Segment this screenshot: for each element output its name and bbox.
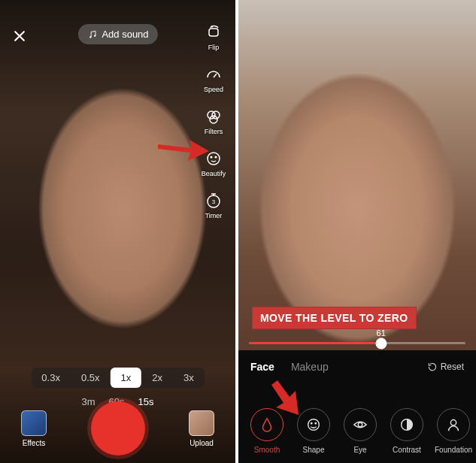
effects-thumb	[21, 410, 47, 436]
svg-text:3: 3	[212, 198, 216, 205]
tab-makeup[interactable]: Makeup	[291, 361, 329, 373]
record-bar: Effects Upload	[0, 401, 235, 455]
tab-face[interactable]: Face	[250, 361, 274, 373]
record-button[interactable]	[91, 401, 145, 455]
annotation-callout: MOVE THE LEVEL TO ZERO	[252, 307, 417, 329]
record-screen: Add sound Flip Speed Filters Beautify 3 …	[0, 0, 235, 463]
svg-point-0	[89, 36, 91, 38]
reset-button[interactable]: Reset	[427, 362, 464, 372]
speed-0-3x[interactable]: 0.3x	[31, 368, 71, 388]
person-icon	[445, 416, 462, 433]
option-foundation-label: Foundation	[435, 446, 472, 454]
svg-rect-2	[209, 29, 218, 36]
effects-label: Effects	[23, 439, 45, 447]
reset-label: Reset	[441, 362, 464, 372]
add-sound-label: Add sound	[102, 29, 148, 40]
svg-point-1	[93, 35, 95, 36]
speed-icon	[205, 65, 223, 83]
close-button[interactable]	[12, 29, 27, 44]
beautify-slider[interactable]: 61	[249, 342, 465, 344]
speed-selector: 0.3x 0.5x 1x 2x 3x	[31, 368, 204, 388]
close-icon	[12, 29, 27, 44]
svg-point-5	[210, 116, 217, 123]
eye-icon	[352, 416, 368, 433]
slider-value: 61	[377, 328, 386, 337]
speed-2x[interactable]: 2x	[141, 368, 173, 388]
add-sound-button[interactable]: Add sound	[77, 24, 157, 44]
beautify-drawer: Face Makeup Reset Smooth Shape	[238, 350, 476, 463]
option-shape-label: Shape	[303, 446, 325, 454]
svg-point-7	[211, 156, 212, 158]
filters-button[interactable]: Filters	[198, 107, 229, 135]
beautify-screen: MOVE THE LEVEL TO ZERO 61 Face Makeup Re…	[238, 0, 476, 463]
option-smooth-label: Smooth	[254, 446, 280, 454]
contrast-icon	[399, 416, 415, 433]
reset-icon	[427, 362, 438, 372]
option-foundation[interactable]: Foundation	[434, 408, 473, 454]
svg-point-14	[358, 422, 362, 427]
annotation-arrow-smooth	[268, 377, 309, 421]
annotation-arrow-beautify	[156, 137, 211, 162]
timer-icon: 3	[205, 192, 223, 210]
upload-label: Upload	[189, 439, 214, 447]
speed-button[interactable]: Speed	[198, 65, 229, 93]
svg-point-12	[311, 422, 312, 423]
flip-label: Flip	[208, 44, 220, 51]
speed-0-5x[interactable]: 0.5x	[71, 368, 111, 388]
speed-1x[interactable]: 1x	[110, 368, 141, 388]
beautify-tabs: Face Makeup Reset	[250, 361, 464, 373]
beautify-label: Beautify	[202, 170, 226, 177]
svg-point-16	[450, 420, 456, 425]
flip-icon	[205, 23, 223, 41]
timer-label: Timer	[205, 212, 223, 219]
speed-3x[interactable]: 3x	[173, 368, 205, 388]
svg-point-8	[215, 156, 217, 158]
option-eye-label: Eye	[353, 446, 366, 454]
camera-tools: Flip Speed Filters Beautify 3 Timer	[198, 23, 229, 219]
upload-thumb	[189, 410, 214, 436]
svg-point-13	[315, 422, 316, 423]
svg-point-11	[308, 419, 320, 431]
slider-fill	[249, 342, 381, 344]
music-note-icon	[86, 29, 97, 40]
option-contrast[interactable]: Contrast	[387, 408, 426, 454]
timer-button[interactable]: 3 Timer	[198, 191, 229, 219]
option-contrast-label: Contrast	[393, 446, 421, 454]
flip-button[interactable]: Flip	[198, 23, 229, 51]
slider-thumb[interactable]	[375, 337, 387, 349]
option-eye[interactable]: Eye	[341, 408, 380, 454]
svg-point-4	[212, 111, 220, 119]
filters-label: Filters	[205, 128, 223, 135]
speed-label: Speed	[204, 86, 223, 93]
filters-icon	[205, 107, 223, 126]
upload-button[interactable]: Upload	[189, 410, 214, 447]
effects-button[interactable]: Effects	[21, 410, 47, 447]
slider-track: 61	[249, 342, 465, 344]
